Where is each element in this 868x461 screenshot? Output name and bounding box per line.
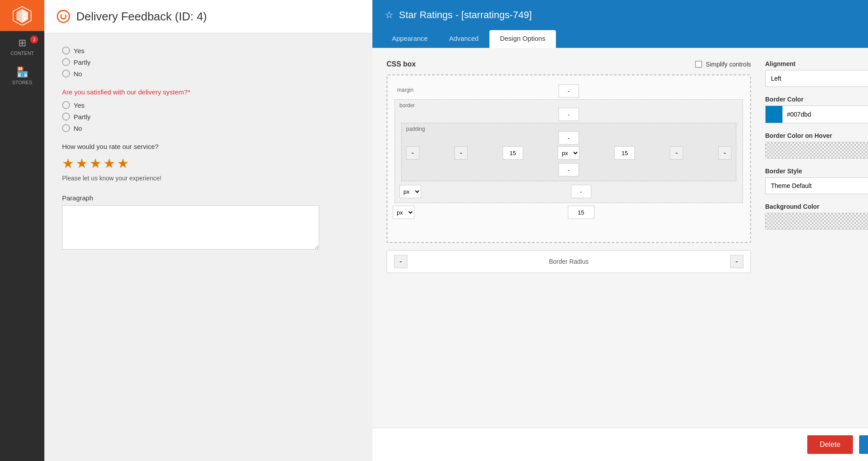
border-color-hover-label: Border Color on Hover <box>765 132 868 139</box>
star-5[interactable]: ★ <box>117 156 129 171</box>
border-style-group: Border Style Theme Default Solid Dashed … <box>765 168 868 194</box>
background-color-swatch[interactable] <box>765 213 868 230</box>
unit-select-1[interactable]: px em % <box>558 146 579 160</box>
background-color-label: Background Color <box>765 203 868 210</box>
modal-tabs: Appearance Advanced Design Options <box>372 30 868 48</box>
modal-body: CSS box Simplify controls margin <box>372 48 868 428</box>
padding-top-input[interactable] <box>559 131 579 145</box>
background-color-group: Background Color <box>765 203 868 230</box>
border-right-btn[interactable]: - <box>670 146 683 160</box>
border-color-input[interactable] <box>782 106 868 123</box>
border-top-input[interactable] <box>559 108 579 121</box>
border-left-btn[interactable]: - <box>454 146 468 160</box>
alignment-group: Alignment Left Center Right ▼ <box>765 60 868 87</box>
simplify-checkbox[interactable] <box>695 61 702 68</box>
border-style-dropdown-wrap: Theme Default Solid Dashed Dotted None ▼ <box>765 177 868 194</box>
radio-label-partly-top: Partly <box>74 59 90 66</box>
tab-appearance[interactable]: Appearance <box>381 30 438 48</box>
css-box-header: CSS box Simplify controls <box>387 60 751 68</box>
sidebar-item-content[interactable]: ⊞ CONTENT 3 <box>0 31 44 60</box>
modal: ☆ Star Ratings - [starratings-749] × App… <box>372 0 868 461</box>
question-delivery-text: Are you satisfied with our delivery syst… <box>62 88 188 96</box>
alignment-select[interactable]: Left Center Right <box>765 70 868 87</box>
border-radius-right-btn[interactable]: - <box>730 255 743 268</box>
star-2[interactable]: ★ <box>76 156 88 171</box>
radio-label-partly: Partly <box>74 113 90 121</box>
border-color-hover-group: Border Color on Hover <box>765 132 868 159</box>
store-icon: 🏪 <box>16 66 28 78</box>
padding-label: padding <box>406 126 425 132</box>
border-color-group: Border Color <box>765 96 868 123</box>
modal-title: Star Ratings - [starratings-749] <box>399 9 868 21</box>
radio-circle-no-top[interactable] <box>62 70 70 78</box>
unit-select-border-bottom[interactable]: px em <box>399 185 421 198</box>
value-right-input[interactable] <box>614 146 635 160</box>
radio-circle-partly-top[interactable] <box>62 58 70 66</box>
tab-advanced[interactable]: Advanced <box>438 30 489 48</box>
sidebar-item-content-label: CONTENT <box>10 51 34 56</box>
margin-left-btn[interactable]: - <box>406 146 419 160</box>
main-area: Delivery Feedback (ID: 4) Yes Partly No … <box>44 0 868 461</box>
margin-top-input[interactable] <box>559 84 579 98</box>
magento-logo <box>0 0 44 31</box>
radio-circle-no[interactable] <box>62 124 70 132</box>
sidebar-item-stores-label: STORES <box>12 80 32 85</box>
value-left-input[interactable] <box>503 146 523 160</box>
unit-select-margin-bottom[interactable]: px em <box>393 206 414 219</box>
border-style-select[interactable]: Theme Default Solid Dashed Dotted None <box>765 177 868 194</box>
star-4[interactable]: ★ <box>103 156 115 171</box>
border-color-hover-swatch[interactable] <box>765 142 868 159</box>
margin-label: margin <box>397 87 414 93</box>
css-box-title: CSS box <box>387 60 416 68</box>
grid-icon: ⊞ <box>18 37 26 49</box>
page-title: Delivery Feedback (ID: 4) <box>76 10 207 23</box>
border-radius-label: Border Radius <box>413 258 725 265</box>
simplify-controls-wrap: Simplify controls <box>695 61 751 68</box>
border-radius-row: - Border Radius - <box>387 250 751 273</box>
star-1[interactable]: ★ <box>62 156 74 171</box>
border-bottom-input[interactable] <box>571 185 591 198</box>
border-color-row <box>765 105 868 123</box>
star-3[interactable]: ★ <box>90 156 102 171</box>
alignment-dropdown-wrap: Left Center Right ▼ <box>765 70 868 87</box>
paragraph-input[interactable] <box>62 205 319 250</box>
content-badge: 3 <box>30 35 38 43</box>
padding-bottom-input[interactable] <box>559 163 579 176</box>
save-button[interactable]: Save <box>859 435 868 454</box>
alignment-label: Alignment <box>765 60 868 67</box>
radio-label-yes: Yes <box>74 102 84 109</box>
sidebar: ⊞ CONTENT 3 🏪 STORES <box>0 0 44 461</box>
svg-marker-1 <box>16 9 22 23</box>
delete-button[interactable]: Delete <box>807 435 852 454</box>
border-label: border <box>399 102 415 109</box>
css-box-diagram: margin border <box>387 74 751 243</box>
loading-icon <box>60 13 66 20</box>
border-style-label: Border Style <box>765 168 868 175</box>
star-icon: ☆ <box>385 9 394 21</box>
border-color-label: Border Color <box>765 96 868 103</box>
svg-marker-2 <box>22 9 28 23</box>
page-header-icon <box>57 10 70 23</box>
margin-bottom-value[interactable] <box>568 206 594 219</box>
diagram-center-row: - - px em % <box>406 146 731 160</box>
margin-right-btn[interactable]: - <box>718 146 731 160</box>
css-box-section: CSS box Simplify controls margin <box>387 60 751 415</box>
radio-circle-yes-top[interactable] <box>62 47 70 55</box>
tab-design-options[interactable]: Design Options <box>489 30 556 48</box>
sidebar-item-stores[interactable]: 🏪 STORES <box>0 60 44 90</box>
modal-overlay: ☆ Star Ratings - [starratings-749] × App… <box>372 0 868 461</box>
required-star: * <box>188 88 190 96</box>
radio-label-yes-top: Yes <box>74 47 84 55</box>
radio-circle-yes[interactable] <box>62 101 70 109</box>
simplify-label: Simplify controls <box>706 61 751 68</box>
radio-label-no: No <box>74 125 82 132</box>
border-color-swatch[interactable] <box>766 106 782 123</box>
border-radius-left-btn[interactable]: - <box>394 255 407 268</box>
right-panel: Alignment Left Center Right ▼ Border <box>765 60 868 415</box>
modal-header: ☆ Star Ratings - [starratings-749] × <box>372 0 868 30</box>
modal-footer: Delete Save <box>372 428 868 461</box>
radio-label-no-top: No <box>74 70 82 78</box>
radio-circle-partly[interactable] <box>62 113 70 121</box>
